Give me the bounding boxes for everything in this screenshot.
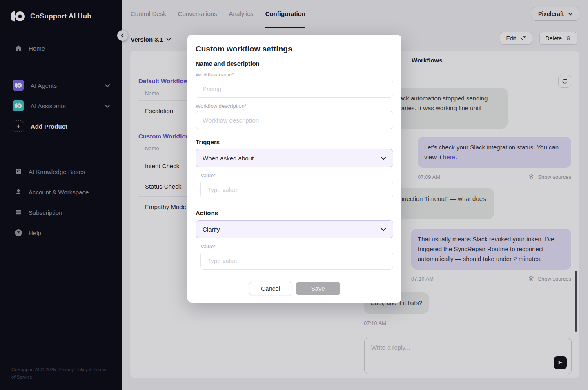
trigger-value-group: Value* xyxy=(196,171,393,199)
trigger-select[interactable]: When asked about xyxy=(196,149,393,167)
workflow-description-input[interactable] xyxy=(196,111,393,129)
action-selected-value: Clarify xyxy=(203,226,220,233)
action-value-label: Value* xyxy=(200,243,393,250)
name-description-section-title: Name and description xyxy=(196,60,393,67)
cancel-button[interactable]: Cancel xyxy=(249,282,292,295)
chevron-down-icon xyxy=(381,156,386,160)
modal-title: Custom workflow settings xyxy=(196,45,393,53)
action-value-group: Value* xyxy=(196,242,393,270)
workflow-description-label: Workflow description* xyxy=(196,103,393,109)
trigger-selected-value: When asked about xyxy=(203,155,254,162)
chevron-down-icon xyxy=(381,227,386,231)
triggers-section-title: Triggers xyxy=(196,138,393,145)
actions-section-title: Actions xyxy=(196,209,393,216)
save-button[interactable]: Save xyxy=(296,282,340,295)
custom-workflow-modal: Custom workflow settings Name and descri… xyxy=(187,35,401,303)
workflow-name-label: Workflow name* xyxy=(196,71,393,78)
workflow-name-input[interactable] xyxy=(196,80,393,98)
modal-actions: Cancel Save xyxy=(196,282,393,295)
action-select[interactable]: Clarify xyxy=(196,220,393,238)
trigger-value-input[interactable] xyxy=(200,181,393,198)
trigger-value-label: Value* xyxy=(200,172,393,178)
action-value-input[interactable] xyxy=(200,252,393,270)
